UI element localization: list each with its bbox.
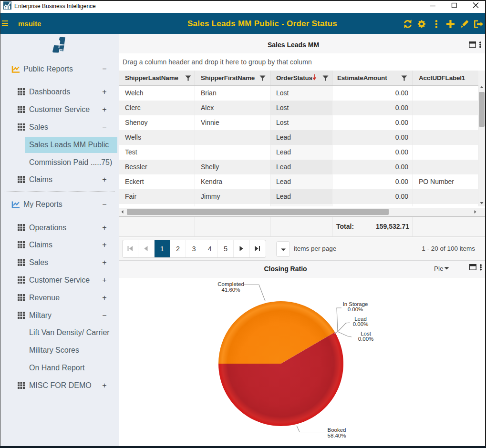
svg-text:0.00%: 0.00% [348, 306, 363, 312]
svg-text:Booked: Booked [327, 427, 346, 433]
svg-text:58.40%: 58.40% [327, 433, 346, 438]
svg-text:41.60%: 41.60% [221, 287, 240, 293]
svg-text:0.00%: 0.00% [358, 336, 374, 342]
svg-text:Completed: Completed [217, 281, 244, 287]
svg-text:0.00%: 0.00% [353, 321, 369, 327]
